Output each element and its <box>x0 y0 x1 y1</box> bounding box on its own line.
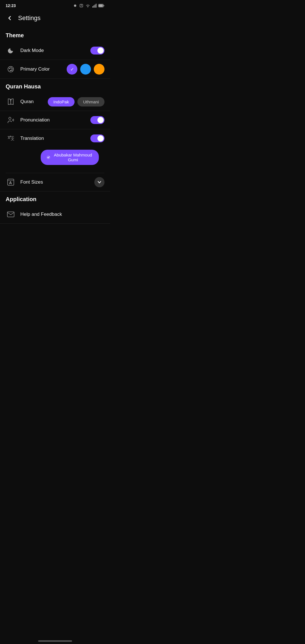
battery-icon <box>98 4 104 7</box>
svg-point-0 <box>74 5 76 7</box>
help-feedback-row[interactable]: Help and Feedback <box>0 205 110 224</box>
translation-name: Abubakar Mahmoud Gumi <box>53 153 93 162</box>
wifi-icon <box>85 4 90 8</box>
chevron-down-icon <box>97 180 102 185</box>
svg-point-12 <box>8 66 14 72</box>
status-time: 12:23 <box>6 3 16 8</box>
font-sizes-icon: A <box>6 177 16 187</box>
font-size-svg-icon: A <box>7 178 15 186</box>
top-bar: Settings <box>0 10 110 28</box>
quran-row: Quran IndoPak Uthmani <box>0 93 110 111</box>
svg-rect-28 <box>7 212 14 217</box>
book-icon <box>7 98 15 106</box>
color-options: ✓ <box>67 64 104 75</box>
check-circle-icon <box>46 155 51 160</box>
svg-rect-5 <box>92 6 93 8</box>
help-feedback-label: Help and Feedback <box>20 212 104 217</box>
svg-rect-10 <box>99 5 103 7</box>
pronunciation-row: Pronunciation <box>0 111 110 129</box>
application-section-header: Application <box>0 192 110 205</box>
back-button[interactable] <box>5 13 15 23</box>
uthmani-button[interactable]: Uthmani <box>77 97 104 106</box>
indopak-button[interactable]: IndoPak <box>48 97 75 106</box>
quran-hausa-section-header: Quran Hausa <box>0 79 110 93</box>
dark-mode-toggle[interactable] <box>90 47 104 55</box>
mail-icon <box>7 211 15 218</box>
primary-color-label: Primary Color <box>20 66 67 72</box>
quran-icon <box>6 97 16 107</box>
translation-row: A 文 Translation <box>0 129 110 147</box>
pronunciation-label: Pronunciation <box>20 117 90 123</box>
quran-style-buttons: IndoPak Uthmani <box>48 97 104 106</box>
svg-point-19 <box>9 117 11 119</box>
home-indicator <box>0 637 110 644</box>
svg-point-3 <box>81 5 82 5</box>
moon-icon <box>7 47 14 54</box>
primary-color-row: Primary Color ✓ <box>0 60 110 79</box>
svg-text:文: 文 <box>11 137 14 141</box>
svg-point-17 <box>10 70 11 71</box>
font-sizes-row[interactable]: A Font Sizes <box>0 173 110 192</box>
status-icons <box>73 3 104 8</box>
status-bar: 12:23 <box>0 0 110 10</box>
color-orange[interactable] <box>94 64 104 75</box>
dark-mode-row: Dark Mode <box>0 42 110 60</box>
notification-icon <box>73 3 77 8</box>
pronunciation-toggle[interactable] <box>90 116 104 124</box>
translation-icon: A 文 <box>6 133 16 143</box>
svg-text:A: A <box>8 136 10 140</box>
svg-rect-6 <box>93 5 94 8</box>
pronunciation-toggle-knob <box>97 117 104 123</box>
svg-point-15 <box>12 68 13 69</box>
translation-toggle[interactable] <box>90 134 104 142</box>
translation-label: Translation <box>20 136 90 141</box>
svg-point-4 <box>88 7 88 7</box>
translation-toggle-knob <box>97 135 104 142</box>
svg-rect-11 <box>104 5 104 6</box>
primary-color-icon <box>6 64 16 74</box>
pronunciation-icon <box>6 115 16 125</box>
pronunciation-svg-icon <box>7 116 15 124</box>
svg-rect-8 <box>96 4 97 8</box>
svg-point-24 <box>47 155 50 159</box>
home-bar <box>38 640 72 642</box>
svg-rect-7 <box>95 5 95 8</box>
page-title: Settings <box>18 14 41 22</box>
translation-translator-button[interactable]: Abubakar Mahmoud Gumi <box>41 150 99 165</box>
font-sizes-dropdown[interactable] <box>94 177 104 187</box>
svg-point-14 <box>10 67 12 68</box>
dark-mode-label: Dark Mode <box>20 48 90 53</box>
help-feedback-icon <box>6 209 16 219</box>
back-arrow-icon <box>6 15 13 21</box>
svg-point-16 <box>11 70 12 71</box>
svg-text:A: A <box>9 180 12 185</box>
palette-icon <box>7 66 14 73</box>
translate-icon: A 文 <box>7 134 15 142</box>
font-sizes-label: Font Sizes <box>20 179 94 185</box>
svg-point-13 <box>9 68 10 69</box>
signal-icon <box>92 4 97 8</box>
translation-dropdown-container: Abubakar Mahmoud Gumi <box>0 147 110 173</box>
dark-mode-toggle-knob <box>97 47 104 54</box>
theme-section-header: Theme <box>0 28 110 42</box>
check-mark: ✓ <box>70 67 74 72</box>
dark-mode-icon <box>6 45 16 56</box>
color-blue[interactable] <box>80 64 91 75</box>
color-purple[interactable]: ✓ <box>67 64 77 75</box>
shield-icon <box>79 3 84 8</box>
quran-label: Quran <box>20 99 48 105</box>
